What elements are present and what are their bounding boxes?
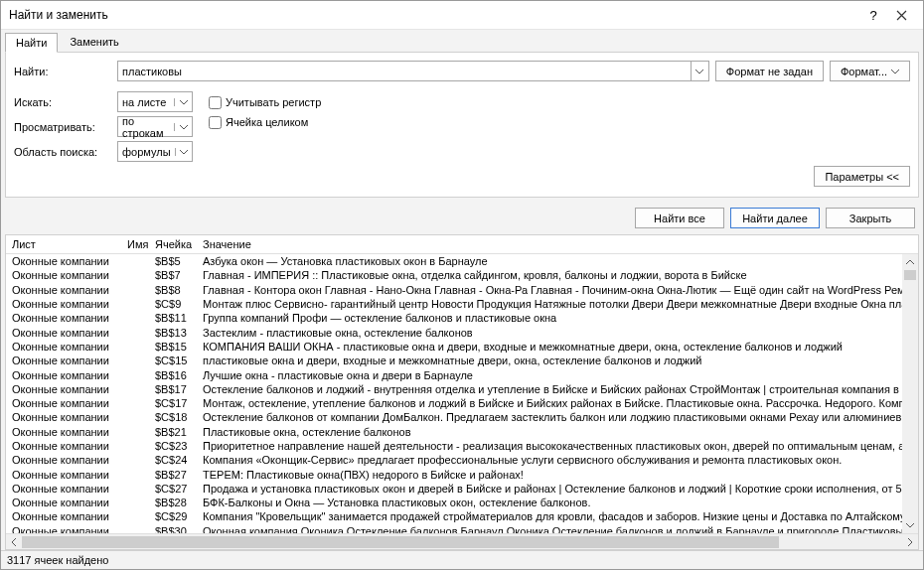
- find-panel: Найти: Формат не задан Формат... Искать:: [5, 52, 919, 198]
- whole-cell-check[interactable]: Ячейка целиком: [209, 113, 321, 131]
- table-row[interactable]: Оконные компании$B$5Азбука окон — Устано…: [6, 254, 918, 268]
- cell-sheet: Оконные компании: [6, 327, 127, 339]
- whole-cell-checkbox[interactable]: [209, 116, 222, 129]
- scroll-thumb[interactable]: [22, 536, 779, 548]
- col-cell-header[interactable]: Ячейка: [155, 238, 203, 250]
- cell-ref: $B$8: [155, 284, 203, 296]
- table-row[interactable]: Оконные компании$B$16Лучшие окна - пласт…: [6, 367, 918, 381]
- cell-value: Продажа и установка пластиковых окон и д…: [203, 483, 918, 495]
- cell-value: пластиковые окна и двери, входные и межк…: [203, 355, 918, 366]
- cell-ref: $B$17: [155, 383, 203, 395]
- cell-ref: $B$13: [155, 327, 203, 339]
- table-row[interactable]: Оконные компании$B$7Главная - ИМПЕРИЯ ::…: [6, 268, 918, 282]
- titlebar: Найти и заменить ?: [1, 1, 923, 30]
- horizontal-scrollbar[interactable]: [6, 533, 918, 549]
- cell-sheet: Оконные компании: [6, 269, 127, 281]
- cell-value: Монтаж, остекление, утепление балконов и…: [203, 397, 918, 409]
- table-row[interactable]: Оконные компании$C$27Продажа и установка…: [6, 482, 918, 496]
- close-icon[interactable]: [887, 5, 915, 25]
- table-row[interactable]: Оконные компании$B$11Группа компаний Про…: [6, 311, 918, 325]
- table-row[interactable]: Оконные компании$B$30Оконная компания Ок…: [6, 524, 918, 533]
- cell-sheet: Оконные компании: [6, 397, 127, 409]
- cell-sheet: Оконные компании: [6, 369, 127, 381]
- cell-value: Монтаж плюс Сервисно- гарантийный центр …: [203, 298, 918, 310]
- find-next-button[interactable]: Найти далее: [730, 208, 820, 228]
- close-button[interactable]: Закрыть: [826, 208, 915, 228]
- find-history-dropdown[interactable]: [691, 62, 708, 80]
- results-body[interactable]: Оконные компании$B$5Азбука окон — Устано…: [6, 254, 918, 533]
- table-row[interactable]: Оконные компании$C$17Монтаж, остекление,…: [6, 396, 918, 410]
- cell-ref: $C$23: [155, 440, 203, 452]
- cell-ref: $B$16: [155, 369, 203, 381]
- scroll-left-icon[interactable]: [6, 534, 22, 550]
- cell-sheet: Оконные компании: [6, 298, 127, 310]
- cell-value: Оконная компания Оконика Остекление балк…: [203, 525, 918, 533]
- find-all-button[interactable]: Найти все: [635, 208, 724, 228]
- match-case-check[interactable]: Учитывать регистр: [209, 93, 321, 111]
- cell-value: Главная - ИМПЕРИЯ :: Пластиковые окна, о…: [203, 269, 918, 281]
- cell-value: ТЕРЕМ: Пластиковые окна(ПВХ) недорого в …: [203, 469, 918, 481]
- format-display: Формат не задан: [715, 61, 824, 81]
- table-row[interactable]: Оконные компании$B$17Остекление балконов…: [6, 382, 918, 396]
- table-row[interactable]: Оконные компании$C$29Компания "Кровельщи…: [6, 509, 918, 523]
- table-row[interactable]: Оконные компании$C$18Остекление балконов…: [6, 410, 918, 424]
- table-row[interactable]: Оконные компании$C$15пластиковые окна и …: [6, 354, 918, 367]
- chevron-down-icon: [891, 66, 899, 77]
- cell-value: Приоритетное направление нашей деятельно…: [203, 440, 918, 452]
- cell-sheet: Оконные компании: [6, 469, 127, 481]
- col-value-header[interactable]: Значение: [203, 238, 918, 250]
- format-button[interactable]: Формат...: [830, 61, 910, 81]
- search-in-select[interactable]: на листе: [117, 91, 193, 112]
- cell-ref: $C$15: [155, 355, 203, 366]
- cell-value: Группа компаний Профи — остекление балко…: [203, 312, 918, 324]
- help-button[interactable]: ?: [859, 5, 887, 25]
- match-case-label: Учитывать регистр: [226, 96, 321, 108]
- table-row[interactable]: Оконные компании$C$23Приоритетное направ…: [6, 439, 918, 453]
- cell-value: Пластиковые окна, остекление балконов: [203, 426, 918, 438]
- table-row[interactable]: Оконные компании$B$28БФК-Балконы и Окна …: [6, 496, 918, 509]
- options-toggle-button[interactable]: Параметры <<: [814, 166, 910, 187]
- cell-ref: $B$27: [155, 469, 203, 481]
- tab-find[interactable]: Найти: [5, 33, 58, 53]
- cell-ref: $C$24: [155, 454, 203, 466]
- table-row[interactable]: Оконные компании$B$13Застеклим - пластик…: [6, 325, 918, 339]
- table-row[interactable]: Оконные компании$B$27ТЕРЕМ: Пластиковые …: [6, 467, 918, 481]
- tab-replace[interactable]: Заменить: [59, 32, 129, 52]
- chevron-down-icon: [174, 98, 192, 106]
- cell-value: БФК-Балконы и Окна — Установка пластиков…: [203, 497, 918, 508]
- cell-value: Остекление балконов и лоджий - внутрення…: [203, 383, 918, 395]
- cell-sheet: Оконные компании: [6, 426, 127, 438]
- table-row[interactable]: Оконные компании$B$15КОМПАНИЯ ВАШИ ОКНА …: [6, 340, 918, 354]
- cell-ref: $C$27: [155, 483, 203, 495]
- cell-ref: $B$7: [155, 269, 203, 281]
- cell-ref: $B$15: [155, 341, 203, 353]
- cell-sheet: Оконные компании: [6, 255, 127, 267]
- cell-value: Застеклим - пластиковые окна, остекление…: [203, 327, 918, 339]
- tabstrip: Найти Заменить: [1, 30, 923, 52]
- look-by-select[interactable]: по строкам: [117, 116, 193, 137]
- cell-sheet: Оконные компании: [6, 483, 127, 495]
- table-row[interactable]: Оконные компании$B$21Пластиковые окна, о…: [6, 425, 918, 439]
- chevron-down-icon: [175, 148, 192, 156]
- table-row[interactable]: Оконные компании$C$24Компания «Оконщик-С…: [6, 453, 918, 467]
- table-row[interactable]: Оконные компании$B$8Главная - Контора ок…: [6, 283, 918, 297]
- cell-sheet: Оконные компании: [6, 383, 127, 395]
- results-header: Лист Имя Ячейка Значение: [6, 235, 918, 254]
- scroll-up-icon[interactable]: [902, 254, 918, 270]
- search-in-label: Искать:: [14, 96, 111, 108]
- col-name-header[interactable]: Имя: [127, 238, 155, 250]
- search-scope-select[interactable]: формулы: [117, 141, 193, 162]
- look-by-label: Просматривать:: [14, 121, 111, 133]
- table-row[interactable]: Оконные компании$C$9Монтаж плюс Сервисно…: [6, 297, 918, 311]
- cell-sheet: Оконные компании: [6, 510, 127, 522]
- col-sheet-header[interactable]: Лист: [6, 238, 127, 250]
- scroll-thumb[interactable]: [904, 270, 916, 280]
- cell-sheet: Оконные компании: [6, 525, 127, 533]
- vertical-scrollbar[interactable]: [902, 254, 918, 533]
- dialog-title: Найти и заменить: [9, 8, 859, 22]
- match-case-checkbox[interactable]: [209, 96, 222, 109]
- find-input[interactable]: [118, 62, 691, 80]
- scroll-right-icon[interactable]: [902, 534, 918, 550]
- scroll-down-icon[interactable]: [902, 517, 918, 533]
- cell-ref: $B$5: [155, 255, 203, 267]
